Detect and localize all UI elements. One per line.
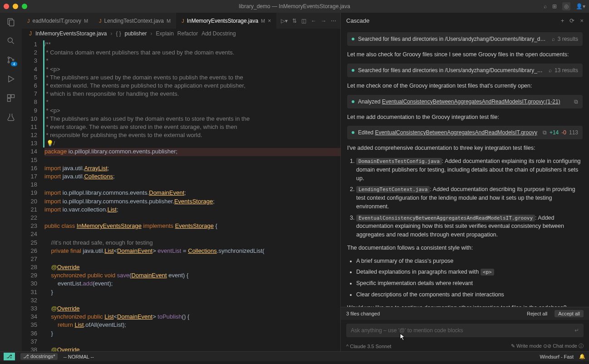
svg-rect-1 <box>10 20 14 26</box>
back-icon[interactable]: ← <box>311 18 316 24</box>
debug-icon[interactable] <box>5 74 16 84</box>
expand-icon[interactable]: ⌕ <box>549 66 552 74</box>
diff-icon[interactable]: ⇅ <box>292 18 297 24</box>
test-icon[interactable] <box>5 112 16 123</box>
titlebar: library_demo — InMemoryEventsStorage.jav… <box>0 0 589 13</box>
style-bullets: A brief summary of the class's purposeDe… <box>356 257 583 299</box>
extensions-icon[interactable] <box>5 93 16 103</box>
search-result-1[interactable]: Searched for files and directories in /U… <box>347 64 583 77</box>
list-item: LendingTestContext.java: Added documenta… <box>356 185 583 211</box>
window-title: library_demo — InMemoryEventsStorage.jav… <box>239 3 350 10</box>
svg-point-4 <box>8 57 9 58</box>
svg-rect-10 <box>8 98 11 102</box>
titlebar-icons: ⌕ ⊞ ◎ 👤▾ <box>544 2 585 10</box>
list-item: DomainEventsTestConfig.java: Added docum… <box>356 157 583 182</box>
list-item: A brief summary of the class's purpose <box>356 257 583 266</box>
reject-all-button[interactable]: Reject all <box>523 310 551 317</box>
close-tab-icon[interactable]: × <box>268 18 271 24</box>
vim-mode: -- NORMAL -- <box>63 354 93 359</box>
expand-icon[interactable]: ⌕ <box>552 35 555 43</box>
cascade-msg: The documentation follows a consistent s… <box>347 244 583 252</box>
editor-area: JeadModelsIT.groovyM JLendingTestContext… <box>22 13 340 351</box>
list-item: Detailed explanations in paragraphs mark… <box>356 268 583 276</box>
analyzed-box[interactable]: Analyzed EventualConsistencyBetweenAggre… <box>347 95 583 108</box>
search-sidebar-icon[interactable] <box>5 35 16 46</box>
input-footer: ^ Claude 3.5 Sonnet ✎ Write mode ⊙⊘ Chat… <box>341 341 589 351</box>
scm-badge: 4 <box>11 62 17 66</box>
changes-bar: 3 files changed Reject allAccept all <box>341 307 589 320</box>
minimize-window[interactable] <box>13 4 18 9</box>
svg-line-3 <box>12 42 14 44</box>
mode-toggle[interactable]: ✎ Write mode ⊙⊘ Chat mode ⓘ <box>511 343 584 349</box>
close-window[interactable] <box>4 4 9 9</box>
accept-all-button[interactable]: Accept all <box>555 310 584 317</box>
file-icon: J <box>27 18 30 24</box>
svg-point-6 <box>12 59 14 60</box>
layout-icon[interactable]: ⊞ <box>552 3 557 10</box>
line-gutter: 1234567891011121314151617181920212223242… <box>22 39 44 351</box>
file-icon: J <box>182 18 184 24</box>
history-icon[interactable]: ⟳ <box>569 17 574 24</box>
tab-actions: ▷▾ ⇅ ◫ ← → ⋯ <box>276 18 340 24</box>
changes-count: 3 files changed <box>346 311 380 316</box>
windsurf-status[interactable]: Windsurf - Fast <box>540 354 574 359</box>
model-selector[interactable]: ^ Claude 3.5 Sonnet <box>346 344 391 349</box>
editor-tabs: JeadModelsIT.groovyM JLendingTestContext… <box>22 13 340 29</box>
code-lines[interactable]: /** * Contains domain event publishers t… <box>44 39 340 351</box>
svg-point-2 <box>8 38 12 42</box>
file-icon: J <box>29 30 32 37</box>
file-icon: J <box>99 18 102 24</box>
list-item: Specific implementation details where re… <box>356 279 583 288</box>
cascade-msg: Let me check one of the Groovy integrati… <box>347 82 583 90</box>
split-icon[interactable]: ◫ <box>301 18 306 24</box>
settings-icon[interactable]: ◎ <box>562 2 570 10</box>
forward-icon[interactable]: → <box>321 18 326 24</box>
svg-point-5 <box>8 61 9 63</box>
list-item: Clear descriptions of the components and… <box>356 290 583 299</box>
new-chat-icon[interactable]: + <box>561 17 564 24</box>
close-cascade-icon[interactable]: × <box>580 17 584 24</box>
cascade-msg: I've added comprehensive documentation t… <box>347 144 583 152</box>
statusbar: ⎇ ⎇ docstrings* -- NORMAL -- Windsurf - … <box>0 351 589 361</box>
search-result-0[interactable]: Searched for files and directories in /U… <box>347 32 583 46</box>
chat-input[interactable]: Ask anything – use '@' to mention code b… <box>346 324 584 337</box>
explorer-icon[interactable] <box>5 16 16 27</box>
more-icon[interactable]: ⋯ <box>331 18 336 24</box>
docstring-action[interactable]: Add Docstring <box>201 30 236 37</box>
run-icon[interactable]: ▷▾ <box>281 18 288 24</box>
cascade-panel: Cascade + ⟳ × Searched for files and dir… <box>340 13 589 351</box>
breadcrumb-file[interactable]: InMemoryEventsStorage.java <box>35 30 107 37</box>
explain-action[interactable]: Explain <box>156 30 173 37</box>
cascade-msg: Let me add documentation to the Groovy i… <box>347 113 583 122</box>
activity-bar: 4 <box>0 13 22 351</box>
cascade-header: Cascade + ⟳ × <box>341 13 589 29</box>
tab-1[interactable]: JLendingTestContext.javaM <box>93 13 176 29</box>
window-controls <box>4 4 27 9</box>
git-branch[interactable]: ⎇ docstrings* <box>20 353 58 360</box>
code-editor[interactable]: 1234567891011121314151617181920212223242… <box>22 39 340 351</box>
refactor-action[interactable]: Refactor <box>177 30 198 37</box>
copy-icon[interactable]: ⧉ <box>543 128 547 137</box>
edited-box[interactable]: Edited EventualConsistencyBetweenAggrega… <box>347 126 583 139</box>
notification-icon[interactable]: 🔔 <box>579 354 585 359</box>
breadcrumb-symbol[interactable]: publisher <box>125 30 147 37</box>
doc-items-list: DomainEventsTestConfig.java: Added docum… <box>356 157 583 239</box>
svg-rect-8 <box>8 95 11 98</box>
svg-marker-7 <box>9 76 14 82</box>
maximize-window[interactable] <box>22 4 27 9</box>
copy-icon[interactable]: ⧉ <box>574 98 578 106</box>
source-control-icon[interactable]: 4 <box>5 54 16 65</box>
input-area: Ask anything – use '@' to mention code b… <box>341 320 589 341</box>
avatar-icon[interactable]: 👤▾ <box>576 3 585 10</box>
tab-0[interactable]: JeadModelsIT.groovyM <box>22 13 93 29</box>
breadcrumb: J InMemoryEventsStorage.java › { } publi… <box>22 29 340 39</box>
remote-icon[interactable]: ⎇ <box>4 353 15 360</box>
svg-rect-9 <box>11 95 15 98</box>
search-icon[interactable]: ⌕ <box>544 3 547 10</box>
cascade-msg: Let me also check for Groovy files since… <box>347 50 583 59</box>
cascade-body[interactable]: Searched for files and directories in /U… <box>341 29 589 307</box>
cascade-title: Cascade <box>346 17 369 24</box>
list-item: EventualConsistencyBetweenAggregatesAndR… <box>356 214 583 239</box>
send-icon[interactable]: ↵ <box>574 327 579 334</box>
tab-2[interactable]: JInMemoryEventsStorage.javaM× <box>176 13 276 29</box>
